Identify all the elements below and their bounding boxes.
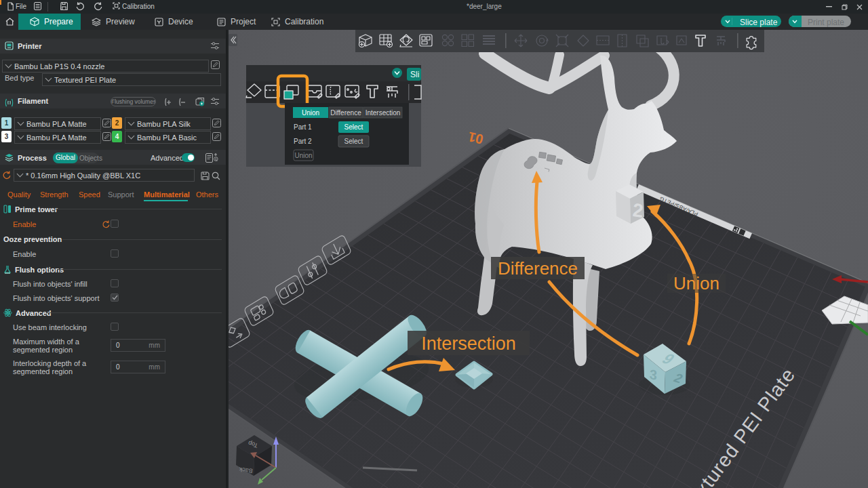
svg-text:2: 2 (632, 199, 644, 222)
svg-text:Difference: Difference (498, 258, 578, 279)
svg-text:Union: Union (673, 273, 719, 293)
svg-text:Intersection: Intersection (421, 333, 516, 354)
svg-text:Part 1: Part 1 (294, 123, 312, 131)
svg-text:Intersection: Intersection (366, 109, 401, 117)
svg-text:Sli: Sli (410, 70, 419, 79)
svg-text:Select: Select (344, 123, 363, 131)
svg-text:Union: Union (302, 109, 319, 117)
svg-text:Difference: Difference (330, 109, 361, 117)
svg-text:Part 2: Part 2 (294, 138, 312, 145)
svg-text:Select: Select (344, 138, 363, 145)
svg-text:3: 3 (649, 367, 657, 383)
svg-text:Union: Union (294, 152, 312, 159)
